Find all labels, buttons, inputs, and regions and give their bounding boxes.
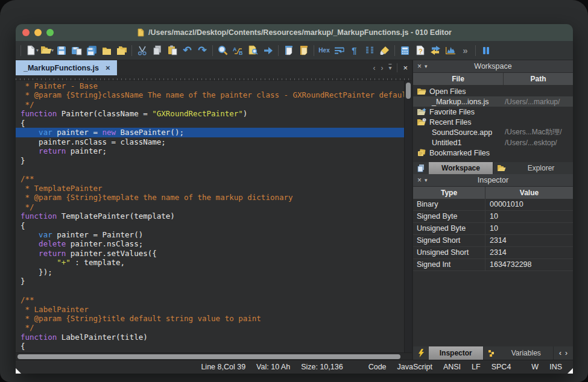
word-wrap-button[interactable] <box>332 42 347 59</box>
goto-button[interactable] <box>261 42 276 59</box>
vertical-scrollbar-thumb[interactable] <box>406 83 411 99</box>
replace-button[interactable]: AB <box>230 42 245 59</box>
code-line[interactable]: */ <box>16 100 404 109</box>
pause-button[interactable] <box>478 42 493 59</box>
tab-markupfunctions[interactable]: _MarkupFunctions.js × <box>16 60 117 75</box>
workspace-menu-button[interactable]: ▾ <box>425 63 428 69</box>
undo-button[interactable]: ↶ <box>180 42 195 59</box>
show-whitespace-button[interactable]: ¶ <box>347 42 362 59</box>
type-column-header[interactable]: Type <box>413 187 485 199</box>
status-language[interactable]: JavaScript <box>397 363 432 371</box>
redo-button[interactable]: ↷ <box>195 42 210 59</box>
code-line[interactable]: return painter; <box>16 146 404 155</box>
status-insert-mode[interactable]: INS <box>549 363 562 371</box>
hex-mode-button[interactable]: Hex <box>317 42 332 59</box>
inspector-row[interactable]: Unsigned Short 2314 <box>413 247 573 259</box>
prev-tab-button[interactable]: ‹ <box>373 64 375 72</box>
find-in-files-button[interactable] <box>245 42 261 59</box>
save-all-button[interactable] <box>84 42 99 59</box>
inspector-value-cell[interactable]: 1634732298 <box>485 260 573 269</box>
code-line[interactable]: function Painter(className = "GXRoundRec… <box>16 109 404 118</box>
code-editor[interactable]: * Painter - Base * @param {String}classN… <box>16 81 412 352</box>
code-line[interactable]: } <box>16 277 404 286</box>
tab-list-button[interactable]: ▾ <box>388 64 391 71</box>
code-line[interactable]: */ <box>16 202 404 211</box>
titlebar[interactable]: /Users/maczl/Desktop/Contents/Resources/… <box>16 24 573 41</box>
code-line[interactable]: * LabelPainter <box>16 305 404 314</box>
inspector-row[interactable]: Signed Short 2314 <box>413 235 573 247</box>
code-line[interactable]: * @param {String}template the name of th… <box>16 193 404 202</box>
code-line[interactable]: painter.nsClass = className; <box>16 137 404 146</box>
save-button[interactable] <box>54 42 69 59</box>
code-line[interactable]: delete painter.nsClass; <box>16 239 404 248</box>
tab-explorer[interactable]: Explorer <box>493 162 573 174</box>
inspector-row[interactable]: Unsigned Byte 10 <box>413 223 573 235</box>
code-line[interactable]: } <box>16 156 404 165</box>
horizontal-scrollbar[interactable] <box>16 352 412 360</box>
code-line[interactable] <box>16 286 404 295</box>
compare-button[interactable] <box>428 42 443 59</box>
folder-list-button[interactable] <box>114 42 129 59</box>
cut-button[interactable] <box>134 42 150 59</box>
file-column-header[interactable]: File <box>413 73 504 85</box>
status-line-col[interactable]: Line 8,Col 39 <box>201 363 245 371</box>
value-column-header[interactable]: Value <box>485 187 573 199</box>
panel-tabs-next-button[interactable]: › <box>565 349 567 357</box>
paste-button[interactable] <box>165 42 180 59</box>
folder-button[interactable] <box>99 42 114 59</box>
minimize-window-button[interactable] <box>34 29 42 36</box>
code-line[interactable]: "+" : template, <box>16 258 404 267</box>
code-line[interactable]: /** <box>16 295 404 304</box>
code-line[interactable]: * TemplatePainter <box>16 184 404 193</box>
histogram-button[interactable] <box>443 42 458 59</box>
copy-button[interactable] <box>150 42 165 59</box>
highlight-button[interactable] <box>377 42 392 59</box>
vertical-scrollbar[interactable] <box>404 81 412 352</box>
tab-inspector[interactable]: Inspector <box>413 346 483 360</box>
inspector-close-button[interactable]: × <box>417 176 422 184</box>
workspace-item-markupfunctions[interactable]: _Markup...ions.js /Users/...markup/ <box>413 96 573 107</box>
code-line[interactable]: function TemplatePainter(template) <box>16 211 404 221</box>
close-document-button[interactable]: × <box>397 63 408 72</box>
inspector-value-cell[interactable]: 2314 <box>485 236 573 245</box>
code-line[interactable]: */ <box>16 323 404 332</box>
workspace-item-soundsource[interactable]: SoundSource.app /Users...Mac助理/ <box>413 127 573 137</box>
code-line[interactable]: var painter = Painter() <box>16 230 404 239</box>
workspace-item-open-files[interactable]: Open Files <box>413 86 573 96</box>
status-spacing[interactable]: SPC4 <box>492 363 511 371</box>
code-line[interactable]: { <box>16 342 404 351</box>
horizontal-scrollbar-thumb[interactable] <box>17 354 400 359</box>
inspector-row[interactable]: Signed Int 1634732298 <box>413 259 573 271</box>
run-template-button[interactable] <box>281 42 296 59</box>
workspace-item-untitled1[interactable]: Untitled1 /Users/...esktop/ <box>413 137 573 148</box>
tab-close-button[interactable]: × <box>106 63 110 72</box>
inspector-value-cell[interactable]: 2314 <box>485 248 573 257</box>
code-line[interactable]: { <box>16 221 404 230</box>
inspector-row[interactable]: Binary 00001010 <box>413 199 573 211</box>
panel-tabs-prev-button[interactable]: ‹ <box>559 349 561 357</box>
tab-workspace[interactable]: Workspace <box>413 162 493 174</box>
status-code[interactable]: Code <box>368 363 387 371</box>
status-wrap[interactable]: W <box>531 363 539 371</box>
code-line[interactable]: function LabelPainter(title) <box>16 333 404 342</box>
code-line[interactable]: return painter.setValues({ <box>16 249 404 258</box>
workspace-item-recent-files[interactable]: Recent Files <box>413 117 573 127</box>
zoom-window-button[interactable] <box>46 29 54 36</box>
find-button[interactable] <box>215 42 230 59</box>
run-script-button[interactable] <box>296 42 311 59</box>
workspace-item-favorite-files[interactable]: Favorite Files <box>413 107 573 117</box>
code-line[interactable]: /** <box>16 174 404 183</box>
inspector-value-cell[interactable]: 00001010 <box>485 200 573 208</box>
column-mode-button[interactable] <box>362 42 377 59</box>
close-window-button[interactable] <box>22 29 30 36</box>
status-linefeed[interactable]: LF <box>472 363 481 371</box>
status-value[interactable]: Val: 10 Ah <box>256 363 290 371</box>
check-file-button[interactable]: ? <box>413 42 428 59</box>
workspace-close-button[interactable]: × <box>417 62 422 70</box>
code-line[interactable]: * Painter - Base <box>16 81 404 90</box>
inspector-row[interactable]: Signed Byte 10 <box>413 211 573 223</box>
more-tools-button[interactable]: » <box>458 42 473 59</box>
tab-variables[interactable]: Variables <box>484 346 554 360</box>
inspector-menu-button[interactable]: ▾ <box>425 177 428 183</box>
code-line[interactable]: * @param {String}title default string va… <box>16 314 404 323</box>
